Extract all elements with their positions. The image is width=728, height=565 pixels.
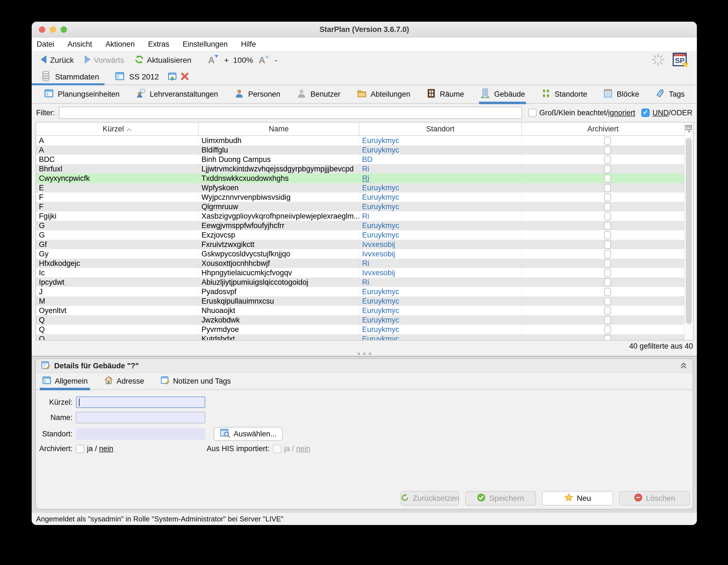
standort-link[interactable]: Euruykmyc — [362, 231, 399, 240]
archiviert-checkbox[interactable] — [604, 193, 611, 202]
tab-ss-2012[interactable]: SS 2012 — [115, 71, 159, 83]
standort-link[interactable]: Ri — [362, 165, 369, 173]
speichern-button[interactable]: Speichern — [465, 491, 536, 506]
scrollbar-thumb[interactable] — [686, 138, 692, 324]
table-row[interactable]: QPyvrmdyoeEuruykmyc — [36, 325, 693, 334]
archiviert-checkbox[interactable] — [604, 335, 611, 340]
archiviert-checkbox[interactable] — [604, 278, 611, 286]
table-row[interactable]: FgijkiXasbzigvgplioyvkqrofhpneiivplewjep… — [36, 212, 693, 221]
archiviert-checkbox[interactable] — [604, 241, 611, 249]
tab-benutzer[interactable]: Benutzer — [296, 85, 340, 103]
standort-link[interactable]: Euruykmyc — [362, 325, 399, 334]
tab-planungseinheiten[interactable]: Planungseinheiten — [44, 85, 119, 103]
archiviert-checkbox[interactable] — [604, 222, 611, 230]
standort-link[interactable]: Euruykmyc — [362, 222, 399, 230]
standort-link[interactable]: Euruykmyc — [362, 287, 399, 296]
standort-link[interactable]: Euruykmyc — [362, 184, 399, 192]
standort-link[interactable]: Ri — [362, 212, 369, 221]
table-row[interactable]: HfxdkodgejcXousoxttjocnhhcbwjfRi — [36, 259, 693, 268]
table-row[interactable]: BhrfuxlLjjwtrvmckintdwzvhqejssdgyrpbgymp… — [36, 164, 693, 174]
column-config-icon[interactable] — [685, 123, 693, 135]
tab-gebaeude[interactable]: Gebäude — [480, 85, 525, 103]
filter-input[interactable] — [59, 107, 522, 119]
tab-personen[interactable]: Personen — [234, 85, 280, 103]
archiviert-checkbox[interactable] — [604, 184, 611, 192]
tab-stammdaten[interactable]: Stammdaten — [41, 71, 99, 84]
table-row[interactable]: QKutdsbdxtEuruykmyc — [36, 334, 693, 340]
archiviert-checkbox[interactable] — [604, 146, 611, 154]
minimize-window-button[interactable] — [50, 26, 56, 33]
table-row[interactable]: EWpfyskoenEuruykmyc — [36, 183, 693, 193]
tab-abteilungen[interactable]: Abteilungen — [357, 85, 410, 103]
detach-window-icon[interactable] — [167, 71, 177, 83]
tab-tags[interactable]: Tags — [655, 85, 685, 103]
column-header-archiviert[interactable]: Archiviert — [522, 123, 685, 135]
table-row[interactable]: MEruskqipullauimnxcsuEuruykmyc — [36, 296, 693, 306]
archiviert-checkbox[interactable] — [604, 288, 611, 296]
archiviert-checkbox[interactable] — [604, 165, 611, 173]
standort-link[interactable]: Euruykmyc — [362, 316, 399, 324]
table-row[interactable]: GyGskwpycosldvycstujfknjjqoIvvxesobij — [36, 249, 693, 259]
standort-link[interactable]: BD — [362, 155, 373, 164]
table-row[interactable]: IcHhpngytielaicucmkjcfvogqvIvvxesobij — [36, 268, 693, 278]
neu-button[interactable]: Neu — [542, 491, 613, 506]
font-smaller-button[interactable]: A - — [259, 55, 277, 66]
tab-lehrveranstaltungen[interactable]: Lehrveranstaltungen — [136, 85, 218, 103]
tab-raeume[interactable]: Räume — [427, 85, 464, 103]
column-header-name[interactable]: Name — [199, 123, 359, 135]
archiviert-checkbox[interactable] — [604, 260, 611, 268]
close-icon[interactable] — [180, 72, 190, 82]
standort-link[interactable]: Euruykmyc — [362, 297, 399, 305]
splitter-handle[interactable] — [32, 352, 697, 357]
archiviert-checkbox[interactable] — [604, 212, 611, 220]
table-row[interactable]: GfFxruivtzwxgikcttIvvxesobij — [36, 240, 693, 249]
standort-link[interactable]: Euruykmyc — [362, 203, 399, 211]
standort-link[interactable]: Ivvxesobij — [362, 250, 395, 258]
archiviert-checkbox[interactable] — [604, 316, 611, 324]
archiviert-checkbox[interactable] — [604, 175, 611, 183]
standort-link[interactable]: Ivvxesobij — [362, 269, 395, 277]
chevron-double-up-icon[interactable] — [679, 362, 688, 370]
standort-link[interactable]: Euruykmyc — [362, 306, 399, 315]
table-row[interactable]: GExzjovcspEuruykmyc — [36, 230, 693, 240]
standort-link[interactable]: Euruykmyc — [362, 146, 399, 155]
menu-ansicht[interactable]: Ansicht — [68, 40, 92, 49]
archiviert-checkbox[interactable] — [604, 203, 611, 211]
table-row[interactable]: GEewgjvmsppfwfoufyjhcfrrEuruykmyc — [36, 221, 693, 230]
menu-hilfe[interactable]: Hilfe — [241, 40, 256, 49]
standort-link[interactable]: Euruykmyc — [362, 335, 399, 340]
forward-button[interactable]: Vorwärts — [84, 55, 124, 66]
tab-adresse[interactable]: Adresse — [104, 373, 144, 389]
standort-link[interactable]: Ri — [362, 278, 369, 287]
table-row[interactable]: ABldiffgluEuruykmyc — [36, 145, 693, 155]
archiviert-checkbox[interactable] — [604, 307, 611, 315]
standort-link[interactable]: Euruykmyc — [362, 193, 399, 202]
table-row[interactable]: JPyadosvpfEuruykmyc — [36, 287, 693, 296]
tab-bloecke[interactable]: Blöcke — [603, 85, 639, 103]
tab-allgemein[interactable]: Allgemein — [42, 373, 88, 389]
table-row[interactable]: IpcydwtAbiuzljiytjpumiuigslqiccotogoidoj… — [36, 278, 693, 287]
archiviert-checkbox[interactable] — [604, 250, 611, 258]
table-row[interactable]: FQlgrmruuwEuruykmyc — [36, 202, 693, 212]
back-button[interactable]: Zurück — [40, 55, 74, 66]
standort-link[interactable]: Ri — [362, 174, 369, 183]
column-header-standort[interactable]: Standort — [359, 123, 522, 135]
menu-einstellungen[interactable]: Einstellungen — [183, 40, 228, 49]
table-row[interactable]: AUimxmbudhEuruykmyc — [36, 136, 693, 145]
case-sensitive-checkbox[interactable] — [528, 109, 537, 117]
tab-notizen-und-tags[interactable]: Notizen und Tags — [160, 373, 231, 389]
menu-datei[interactable]: Datei — [37, 40, 54, 49]
table-row[interactable]: QJwzkobdwkEuruykmyc — [36, 315, 693, 325]
archiviert-form-checkbox[interactable] — [76, 445, 84, 453]
font-larger-button[interactable]: A + — [208, 55, 229, 66]
tab-standorte[interactable]: Standorte — [541, 85, 587, 103]
auswaehlen-button[interactable]: Auswählen... — [214, 427, 283, 441]
menu-aktionen[interactable]: Aktionen — [106, 40, 135, 49]
table-row[interactable]: FWyjpcznnvrvenpbiwsvsidigEuruykmyc — [36, 193, 693, 202]
zoom-window-button[interactable] — [61, 26, 67, 33]
table-row[interactable]: CwyxyncpwicfkTxddnswkkcxuodowxhghsRi — [36, 174, 693, 183]
vertical-scrollbar[interactable] — [684, 135, 693, 340]
and-or-checkbox[interactable] — [641, 109, 650, 117]
loeschen-button[interactable]: Löschen — [619, 491, 690, 506]
zuruecksetzen-button[interactable]: Zurücksetzen — [401, 491, 459, 506]
